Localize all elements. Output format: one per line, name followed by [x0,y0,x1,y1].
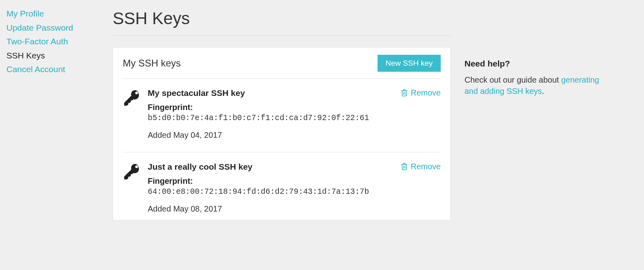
fingerprint-label: Fingerprint: [148,103,394,112]
main-content: SSH Keys My SSH keys New SSH key My spec… [113,7,451,220]
remove-label: Remove [411,88,441,98]
panel-title: My SSH keys [123,58,181,69]
ssh-key-row: My spectacular SSH key Fingerprint: b5:d… [123,79,441,152]
panel-header: My SSH keys New SSH key [123,55,441,79]
help-sidebar: Need help? Check out our guide about gen… [451,7,644,220]
sidebar-item-update-password[interactable]: Update Password [6,21,113,35]
added-date: Added May 08, 2017 [148,204,394,214]
fingerprint-value: b5:d0:b0:7e:4a:f1:b0:c7:f1:cd:ca:d7:92:0… [148,114,394,123]
remove-key-link[interactable]: Remove [401,88,441,98]
sidebar-item-ssh-keys[interactable]: SSH Keys [6,49,113,62]
ssh-key-row: Just a really cool SSH key Fingerprint: … [123,152,441,216]
fingerprint-value: 64:00:e8:00:72:18:94:fd:d6:d2:79:43:1d:7… [148,187,394,196]
remove-key-link[interactable]: Remove [401,162,441,171]
added-date: Added May 04, 2017 [148,131,394,140]
sidebar-item-my-profile[interactable]: My Profile [6,7,113,21]
ssh-keys-panel: My SSH keys New SSH key My spectacular S… [113,47,451,220]
trash-icon [401,163,408,170]
page-title: SSH Keys [113,9,451,28]
remove-label: Remove [411,162,441,171]
new-ssh-key-button[interactable]: New SSH key [378,55,441,72]
trash-icon [401,89,408,97]
ssh-key-name: Just a really cool SSH key [148,162,394,172]
key-icon [123,88,140,140]
sidebar-item-cancel-account[interactable]: Cancel Account [6,63,113,76]
sidebar: My Profile Update Password Two-Factor Au… [0,7,113,220]
help-text: Check out our guide about generating and… [464,74,609,97]
ssh-key-name: My spectacular SSH key [148,88,394,98]
sidebar-item-two-factor-auth[interactable]: Two-Factor Auth [6,35,113,48]
help-title: Need help? [464,59,637,69]
fingerprint-label: Fingerprint: [148,177,394,186]
divider [113,35,451,36]
key-icon [123,162,140,214]
